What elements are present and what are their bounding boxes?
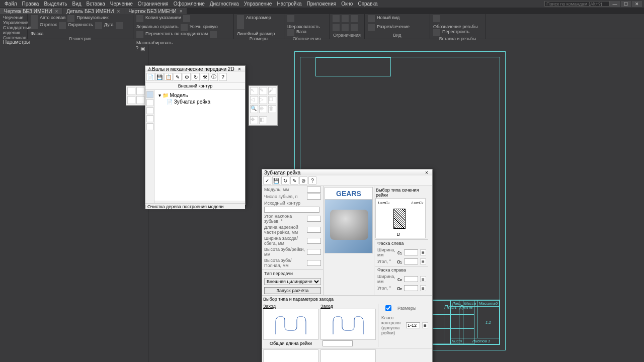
settings-icon[interactable]: ⚒ [201, 73, 209, 81]
close-icon[interactable]: × [117, 9, 120, 14]
arc-icon[interactable] [95, 22, 102, 29]
tab-drawing-2[interactable]: Чертеж БЕЗ ИМЕНИ× [124, 8, 186, 14]
tab-part[interactable]: Деталь БЕЗ ИМЕНИ× [62, 8, 124, 14]
chamf-input[interactable] [307, 238, 321, 244]
autodim-icon[interactable] [237, 15, 244, 22]
menu-constraints[interactable]: Ограничения [135, 1, 171, 7]
axis-icon[interactable] [31, 15, 38, 22]
new-icon[interactable]: 📄 [146, 73, 154, 81]
menu-draw[interactable]: Черчение [108, 1, 135, 7]
collapse-icon[interactable]: ▣ [140, 46, 145, 51]
menu-settings[interactable]: Настройка [274, 1, 304, 7]
delete-icon[interactable]: 🗑 [268, 105, 276, 113]
accuracy-input[interactable] [406, 322, 420, 328]
cons-icon[interactable] [333, 15, 340, 22]
preview-box-b [320, 349, 376, 362]
menu-icon[interactable]: ≡ [420, 249, 426, 255]
shared-input[interactable] [323, 340, 353, 346]
dimensions-checkbox[interactable] [381, 305, 395, 311]
copy-icon[interactable] [136, 15, 143, 22]
help-icon[interactable]: ? [308, 176, 316, 185]
menu-apps[interactable]: Приложения [304, 1, 339, 7]
line-icon[interactable] [31, 22, 38, 29]
reload-icon[interactable]: ↻ [281, 176, 289, 185]
menu-icon[interactable]: ≡ [422, 322, 428, 328]
menu-edit[interactable]: Правка [20, 1, 42, 7]
minimize-button[interactable]: — [610, 1, 620, 7]
chamfer-icon[interactable] [116, 22, 123, 29]
zoom-icon[interactable]: 🔍 [250, 105, 258, 113]
document-tabs: Чертеж БЕЗ ИМЕНИ× Деталь БЕЗ ИМЕНИ× Черт… [0, 8, 644, 14]
rough-icon[interactable] [287, 15, 294, 22]
maximize-button[interactable]: ☐ [621, 1, 631, 7]
datum-icon[interactable] [287, 29, 294, 36]
racklen-input[interactable] [307, 227, 321, 233]
close-button[interactable]: ✕ [632, 1, 642, 7]
select-icon[interactable]: ↖ [250, 87, 258, 95]
teeth-input[interactable] [307, 194, 321, 200]
help-icon[interactable]: ? [135, 46, 138, 51]
menu-select[interactable]: Выделить [41, 1, 69, 7]
menu-window[interactable]: Окно [339, 1, 355, 7]
help-icon[interactable]: ? [219, 73, 227, 81]
refresh-icon[interactable]: ↻ [192, 73, 200, 81]
ribbon: Черчение Управление Стандартные изделия … [0, 14, 644, 39]
edit-icon[interactable]: ✎ [290, 176, 298, 185]
apply-icon[interactable]: ✓ [263, 176, 271, 185]
model-tree[interactable]: ▾ 📁 Модель 📄 Зубчатая рейка [154, 90, 245, 201]
gear-icon[interactable]: ⚙ [183, 73, 191, 81]
tab-drawing-1[interactable]: Чертеж БЕЗ ИМЕНИ× [0, 8, 62, 14]
menu-insert[interactable]: Вставка [84, 1, 108, 7]
window-icon: ⚠ [147, 66, 152, 72]
menu-format[interactable]: Оформление [171, 1, 207, 7]
close-icon[interactable]: × [236, 66, 243, 72]
calc-button[interactable]: Запуск расчёта [264, 287, 321, 294]
section-icon[interactable] [368, 24, 375, 31]
tooth-preview-b[interactable] [320, 309, 376, 340]
prev-icon[interactable]: ◁ [250, 96, 258, 104]
rebuild-icon[interactable] [433, 29, 440, 36]
close-icon[interactable]: × [423, 170, 430, 175]
saveas-icon[interactable]: 📋 [165, 73, 173, 81]
close-icon[interactable]: × [180, 9, 183, 14]
mirror-icon[interactable] [183, 15, 190, 22]
section-diagram[interactable]: L=πC₁ L=πC₂ B [375, 198, 426, 238]
thread-icon[interactable] [433, 15, 440, 22]
menu-file[interactable]: Файл [2, 1, 20, 7]
save-icon[interactable]: 💾 [155, 73, 164, 81]
ext-contour-icon[interactable] [146, 91, 153, 98]
cancel-icon[interactable]: ⊘ [299, 176, 307, 185]
trim-icon[interactable] [181, 24, 188, 31]
circle-icon[interactable] [59, 22, 66, 29]
c2-input[interactable] [404, 276, 418, 282]
section-label: Внешний контур [145, 82, 245, 90]
move-icon[interactable] [136, 31, 143, 38]
move-icon[interactable]: ✥ [250, 116, 258, 124]
gear-rack-dialog: Зубчатая рейка× ✓ 💾 ↻ ✎ ⊘ ? Модуль, мм Ч… [262, 169, 433, 362]
menu-help[interactable]: Справка [355, 1, 380, 7]
profile-input[interactable] [264, 207, 319, 213]
edit-icon[interactable]: ✎ [174, 73, 182, 81]
menu-view[interactable]: Вид [70, 1, 84, 7]
newview-icon[interactable] [368, 15, 375, 22]
menu-manage[interactable]: Управление [242, 1, 275, 7]
command-search[interactable] [544, 1, 610, 7]
angle-input[interactable] [307, 216, 321, 222]
a1-input[interactable] [404, 258, 418, 264]
c1-input[interactable] [404, 249, 418, 255]
ht-input[interactable] [307, 249, 321, 255]
close-icon[interactable]: × [55, 9, 58, 14]
transmission-select[interactable]: Внешняя цилиндрическая зубчатая [264, 278, 321, 285]
rect-icon[interactable] [67, 15, 74, 22]
info-icon[interactable]: ⓘ [210, 73, 218, 81]
full-input[interactable] [307, 260, 321, 266]
next-icon[interactable]: ▷ [259, 96, 267, 104]
menu-diag[interactable]: Диагностика [207, 1, 242, 7]
a2-input[interactable] [404, 285, 418, 291]
module-input[interactable] [307, 187, 321, 193]
save-icon[interactable]: 💾 [272, 176, 280, 185]
tooth-preview-a[interactable] [263, 309, 318, 340]
lindim-icon[interactable] [237, 22, 244, 29]
scale-icon[interactable] [210, 31, 217, 38]
palette-btn[interactable] [127, 87, 135, 95]
